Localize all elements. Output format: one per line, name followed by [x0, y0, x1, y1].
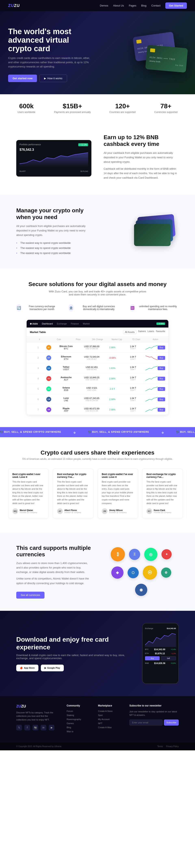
footer-link-staking[interactable]: Staking	[67, 714, 86, 716]
author-role: Founder @ Company	[20, 512, 37, 514]
market-nav-finance[interactable]: Finance	[71, 322, 79, 325]
col-chart: 7D Chart	[127, 338, 146, 341]
hero-title: The world's most advanced virtual crypto…	[8, 27, 93, 53]
social-instagram[interactable]: 📷	[32, 725, 38, 731]
social-twitter[interactable]: 𝕏	[16, 725, 22, 731]
market-tab-favourite[interactable]: Favourite	[156, 330, 165, 334]
portfolio-chart: Portfolio performance + 12.3% $76,542.3 …	[16, 140, 91, 177]
chart-svg	[20, 152, 88, 168]
phone-row-3: BNB $14,628.36 +0.8%	[145, 662, 176, 664]
footer-link-waxio[interactable]: Wax io	[67, 730, 86, 733]
footer-marketplace-title: Marketplace	[98, 704, 118, 707]
col-action: Action	[146, 338, 165, 341]
crypto-bubble-AVA: ✦	[161, 549, 172, 559]
download-section: Download and enjoy free card experience …	[0, 611, 195, 696]
author-info: Karen Clark Founder @ Company	[154, 509, 171, 514]
crypto-bubble-POL: ◈	[111, 566, 124, 579]
footer-link-nft[interactable]: NFT	[98, 722, 118, 724]
author-info: Jimmy Wilson Founder @ Company	[109, 509, 127, 514]
footer-link-games[interactable]: Games	[67, 722, 86, 724]
ticker-dot-2: ◆	[161, 431, 164, 434]
currencies-title: This card supports multiple currencies	[16, 545, 91, 558]
manage-visual	[104, 216, 179, 248]
nav-about[interactable]: About Us	[113, 4, 124, 7]
testimonial-author: AF Albert Flores Investor @ company	[57, 508, 89, 514]
market-nav-dashboard[interactable]: Dashboard	[42, 322, 53, 325]
appstore-button[interactable]: 🍎 App Store	[16, 664, 38, 671]
footer-newsletter-title: Subscribe to our newsletter	[129, 704, 179, 707]
phone-price-2: $3,876.12	[155, 652, 165, 655]
market-nav-exchange[interactable]: Exchange	[57, 322, 67, 325]
stat-payments-value: $15B+	[54, 102, 91, 110]
hero-section: The world's most advanced virtual crypto…	[0, 11, 195, 94]
playstore-button[interactable]: ▶ Google Play	[41, 664, 64, 671]
author-avatar: MQ	[12, 508, 18, 514]
trade-icon: 🏦	[68, 304, 74, 311]
testimonial-author: MQ Marcel Qiatan Founder @ Company	[12, 508, 44, 514]
android-icon: ▶	[44, 666, 46, 669]
nav-blog[interactable]: Blog	[141, 4, 147, 7]
footer-link-forum[interactable]: Forum	[67, 710, 86, 712]
nav-demos[interactable]: Demos	[100, 4, 108, 7]
see-all-currencies-button[interactable]: See all currencies	[16, 592, 44, 598]
phone-mockup: Exchange $14,342.00 BTC $14,342.00 +2.4%…	[142, 623, 179, 684]
logo[interactable]: ZUZU	[8, 3, 20, 8]
nav-links: Demos About Us Pages Blog Contact Get St…	[100, 2, 187, 9]
footer-terms-link[interactable]: Terms	[157, 745, 163, 747]
market-buy-button[interactable]: Buy	[158, 377, 165, 380]
author-role: Founder @ Company	[109, 512, 127, 514]
footer-link-my-account[interactable]: My Account	[98, 718, 118, 720]
footer-link-ravenography[interactable]: Ravenography	[67, 718, 86, 720]
currencies-text: This card supports multiple currencies Z…	[16, 545, 91, 598]
manage-section: Manage your crypto only when you need Al…	[0, 195, 195, 269]
market-buy-button[interactable]: Buy	[158, 366, 165, 370]
social-linkedin[interactable]: in	[41, 725, 46, 731]
crypto-bubble-ETH: Ξ	[129, 549, 140, 560]
manage-desc: All your cashback from eligible purchase…	[16, 224, 91, 237]
cashback-desc2: Cashback will be distributed monthly in …	[104, 166, 179, 180]
footer-tagline: Discover NFTs by category. Track the col…	[16, 711, 55, 722]
col-mcap: Market Cap	[107, 338, 127, 341]
nav-cta-button[interactable]: Get Started	[165, 2, 187, 9]
footer-link-create-store[interactable]: Create A Store	[98, 710, 118, 712]
secure-section: Secure solutions for your digital assets…	[0, 269, 195, 427]
phone-coin-3: BNB	[145, 662, 149, 664]
market-row: 7 XR Ripple XRP USD 80,672.89 USD 80,672…	[27, 405, 168, 415]
stat-currencies-label: Currencies supported	[154, 111, 177, 114]
market-table-container: ◈ zuzu Dashboard Exchange Finance Market…	[26, 320, 169, 415]
market-buy-button[interactable]: Buy	[158, 356, 165, 360]
market-filter-all[interactable]: All Assets	[123, 330, 136, 334]
hero-how-it-works-button[interactable]: ▶ How it works	[39, 74, 67, 82]
market-tab-gainers[interactable]: Gainers	[138, 330, 146, 334]
stats-section: 600k Users worldwide $15B+ Payments are …	[0, 94, 195, 122]
market-nav-market[interactable]: Market	[83, 322, 90, 325]
ticker-item-3: 💱 BUY, SELL, & SPEND CRYPTO ANYWHERE	[176, 431, 195, 434]
nav-contact[interactable]: Contact	[151, 4, 160, 7]
hero-get-started-button[interactable]: Get started now	[8, 74, 37, 82]
stat-currencies-value: 78+	[154, 102, 177, 110]
portfolio-label: Portfolio performance	[20, 143, 41, 146]
phone-sell-button[interactable]: Sell	[161, 656, 176, 660]
footer-link-create-wax[interactable]: Create A Wax	[98, 726, 118, 728]
playstore-label: Google Play	[47, 666, 60, 669]
chart-value-main: $176,542	[80, 170, 88, 172]
market-buy-button[interactable]: Buy	[158, 346, 165, 349]
phone-buy-button[interactable]: Buy	[145, 656, 160, 660]
newsletter-subscribe-button[interactable]: Subscribe	[164, 719, 179, 725]
footer-link-blog[interactable]: Blog	[67, 726, 86, 728]
card-chip	[136, 39, 141, 44]
copyright-text: © Copyright 2023. All Rights Reserved by…	[16, 745, 62, 747]
stat-countries: 120+ Countries are supported	[109, 102, 136, 114]
market-tab-losers[interactable]: Losers	[148, 330, 154, 334]
social-youtube[interactable]: ▶	[49, 725, 55, 731]
footer-link-spot[interactable]: Spot	[98, 714, 118, 716]
newsletter-email-input[interactable]	[129, 719, 163, 725]
market-buy-button[interactable]: Buy	[158, 397, 165, 401]
market-buy-button[interactable]: Buy	[158, 408, 165, 412]
author-role: Founder @ Company	[154, 512, 171, 514]
social-facebook[interactable]: f	[24, 725, 30, 731]
nav-pages[interactable]: Pages	[129, 4, 136, 7]
market-buy-button[interactable]: Buy	[158, 387, 165, 391]
market-filters: All Assets Gainers Losers Favourite	[123, 330, 165, 334]
footer-privacy-link[interactable]: Privacy Policy	[166, 745, 179, 747]
